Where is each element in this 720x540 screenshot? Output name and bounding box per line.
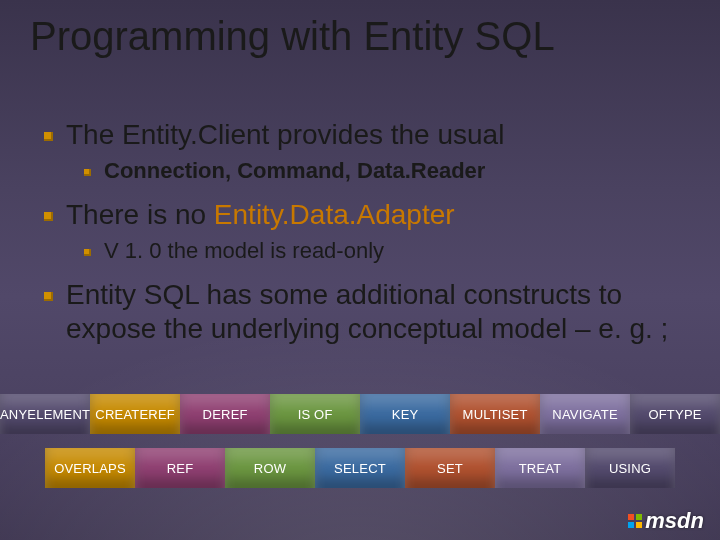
bullet-1: The Entity.Client provides the usual [66, 118, 690, 152]
kw-deref: DEREF [180, 394, 270, 434]
kw-row: ROW [225, 448, 315, 488]
logo-text: msdn [645, 508, 704, 534]
kw-set: SET [405, 448, 495, 488]
kw-treat: TREAT [495, 448, 585, 488]
content-area: The Entity.Client provides the usual Con… [44, 118, 690, 353]
kw-using: USING [585, 448, 675, 488]
keyword-row-1: ANYELEMENT CREATEREF DEREF IS OF KEY MUL… [0, 394, 720, 434]
bullet-2-text: There is no [66, 199, 214, 230]
kw-oftype: OFTYPE [630, 394, 720, 434]
slide: Programming with Entity SQL The Entity.C… [0, 0, 720, 540]
keyword-row-2: OVERLAPS REF ROW SELECT SET TREAT USING [0, 448, 720, 488]
kw-anyelement: ANYELEMENT [0, 394, 90, 434]
bullet-2a: V 1. 0 the model is read-only [104, 238, 690, 264]
slide-title: Programming with Entity SQL [30, 14, 690, 59]
kw-createref: CREATEREF [90, 394, 180, 434]
bullet-1a: Connection, Command, Data.Reader [104, 158, 690, 184]
kw-select: SELECT [315, 448, 405, 488]
kw-isof: IS OF [270, 394, 360, 434]
bullet-3: Entity SQL has some additional construct… [66, 278, 690, 346]
kw-multiset: MULTISET [450, 394, 540, 434]
kw-navigate: NAVIGATE [540, 394, 630, 434]
microsoft-flag-icon [628, 514, 642, 528]
msdn-logo: msdn [628, 508, 704, 534]
kw-ref: REF [135, 448, 225, 488]
kw-key: KEY [360, 394, 450, 434]
bullet-2: There is no Entity.Data.Adapter [66, 198, 690, 232]
kw-overlaps: OVERLAPS [45, 448, 135, 488]
bullet-2-emph: Entity.Data.Adapter [214, 199, 455, 230]
